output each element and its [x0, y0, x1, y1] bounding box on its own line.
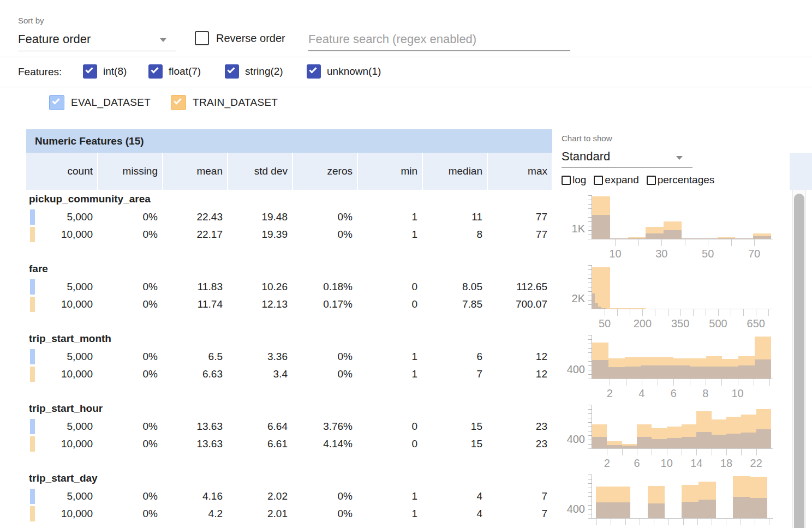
feature-name: fare [26, 262, 552, 278]
stat-value-std-dev: 6.61 [228, 435, 292, 453]
stat-value-count: 10,000 [26, 226, 97, 243]
stat-value-mean: 6.63 [163, 365, 227, 383]
histogram-trip_start_hour: 4002610141822 [558, 401, 790, 471]
histogram-plot [592, 405, 771, 448]
eval-bar [592, 215, 610, 239]
x-axis-tick-label: 650 [738, 317, 773, 330]
chart-type-value: Standard [562, 149, 610, 164]
x-axis-tick [731, 309, 731, 316]
stat-value-median: 11 [423, 208, 487, 226]
stats-row-eval_dataset: 5,0000%4.162.020%147 [26, 488, 552, 505]
vertical-scrollbar-track[interactable] [792, 190, 806, 528]
checkbox-unchecked[interactable] [647, 176, 656, 185]
x-axis-tick [615, 239, 616, 246]
column-header-min: min [358, 153, 422, 190]
eval-bar [733, 497, 750, 518]
sort-by-dropdown[interactable]: Feature order [18, 31, 176, 51]
dataset-checkbox[interactable] [49, 95, 64, 110]
eval-bar [738, 365, 755, 379]
x-axis-tick [667, 449, 667, 455]
stat-value-missing: 0% [98, 418, 162, 435]
stat-value-zeros: 0% [293, 488, 357, 505]
checkbox-checked[interactable] [225, 64, 239, 79]
x-axis-tick [726, 449, 727, 455]
eval-bar [596, 502, 613, 518]
stats-row-train_dataset: 10,0000%22.1719.390%1877 [26, 226, 552, 243]
checkbox-unchecked[interactable] [562, 176, 571, 185]
checkbox-unchecked[interactable] [594, 176, 603, 185]
eval-bar [750, 498, 767, 518]
x-axis-line [588, 239, 773, 239]
stat-value-std-dev: 2.01 [228, 505, 292, 523]
stat-value-count: 10,000 [26, 296, 97, 313]
eval-bar [625, 367, 641, 379]
x-axis-tick [668, 519, 669, 525]
eval-bar [592, 360, 608, 379]
feature-name: pickup_community_area [26, 192, 552, 208]
checkbox-checked[interactable] [148, 64, 163, 79]
feature-search-input[interactable] [308, 28, 570, 50]
feature-group-trip_start_day: trip_start_day5,0000%4.162.020%14710,000… [26, 471, 552, 528]
check-icon [227, 65, 235, 73]
x-axis-tick [626, 379, 626, 386]
stat-value-zeros: 0% [293, 505, 357, 523]
x-axis-tick [642, 309, 643, 316]
chart-type-dropdown[interactable]: Standard [562, 147, 692, 168]
x-axis-tick-label: 6 [656, 387, 691, 400]
stat-value-std-dev: 6.64 [228, 418, 292, 435]
checkbox-checked[interactable] [307, 64, 321, 79]
x-axis-tick [768, 309, 769, 316]
column-header-mean: mean [163, 153, 227, 190]
x-axis-tick [743, 309, 744, 316]
stat-value-mean: 13.63 [163, 418, 227, 435]
dataset-checkbox[interactable] [171, 95, 186, 110]
eval-bar [735, 238, 753, 239]
eval-bar [637, 437, 652, 448]
y-axis-ruler [588, 405, 592, 449]
stat-value-count: 5,000 [26, 488, 97, 505]
x-axis-tick-label: 200 [625, 317, 660, 330]
x-axis-tick [754, 239, 755, 246]
eval-bar [718, 238, 736, 239]
x-axis-line [588, 379, 773, 379]
histogram-charts: 1K103050702K5020035050065040024681040026… [558, 192, 790, 528]
x-axis-tick [622, 449, 623, 455]
column-header-std-dev: std dev [228, 153, 292, 190]
stat-value-min: 1 [358, 488, 422, 505]
x-axis-tick-label: 8 [688, 387, 723, 400]
x-axis-tick [693, 309, 694, 316]
x-axis-tick [654, 519, 654, 525]
vertical-scrollbar-thumb[interactable] [794, 194, 804, 528]
stat-value-count: 5,000 [26, 208, 97, 226]
checkbox-checked[interactable] [83, 64, 97, 79]
x-axis-tick [769, 379, 770, 386]
stat-value-missing: 0% [98, 435, 162, 453]
x-axis-tick [640, 519, 640, 525]
x-axis-tick [596, 519, 597, 525]
stats-row-train_dataset: 10,0000%11.7412.130.17%07.85700.07 [26, 296, 552, 313]
feature-type-label: string(2) [245, 65, 283, 77]
chart-option-label: expand [605, 174, 638, 186]
x-axis-tick [756, 449, 757, 455]
stat-value-count: 10,000 [26, 365, 97, 383]
eval-bar [690, 367, 706, 379]
stat-value-mean: 22.43 [163, 208, 227, 226]
dataset-legend-row: EVAL_DATASETTRAIN_DATASET [0, 88, 812, 129]
chevron-down-icon [676, 156, 683, 160]
stats-row-train_dataset: 10,0000%13.636.614.14%01523 [26, 435, 552, 453]
stat-value-count: 5,000 [26, 418, 97, 435]
eval-bar [755, 359, 771, 379]
feature-type-filter-string: string(2) [225, 64, 283, 79]
reverse-order-label: Reverse order [216, 32, 285, 45]
stat-value-mean: 11.83 [163, 278, 227, 296]
x-axis-line [588, 518, 773, 519]
stat-value-zeros: 0.18% [293, 278, 357, 296]
stat-value-min: 1 [358, 365, 422, 383]
stat-value-mean: 13.63 [163, 435, 227, 453]
stat-value-missing: 0% [98, 278, 162, 296]
x-axis-tick [658, 379, 658, 386]
x-axis-tick [741, 519, 741, 525]
dataset-color-indicator [30, 506, 35, 521]
reverse-order-checkbox[interactable] [195, 31, 209, 45]
stat-value-max: 112.65 [488, 278, 552, 296]
